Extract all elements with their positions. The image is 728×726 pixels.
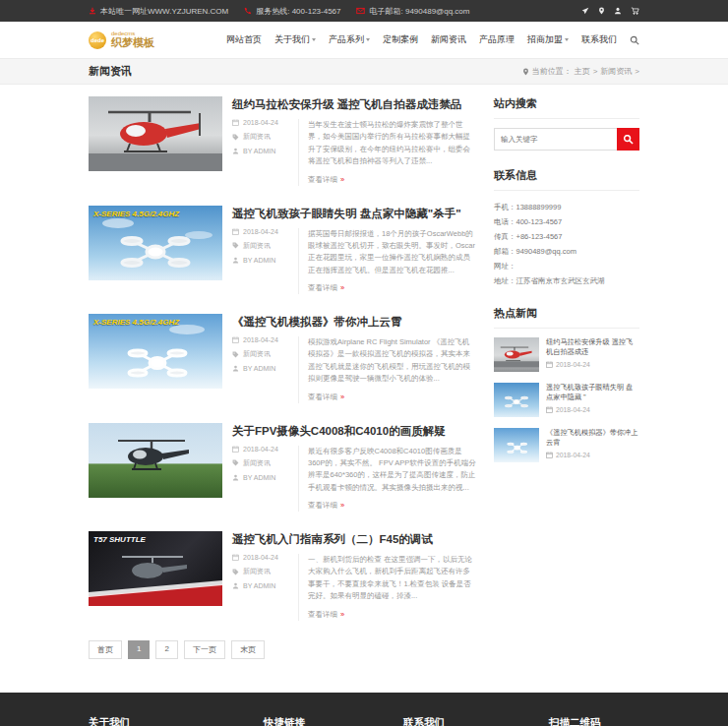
tag-icon [232, 242, 239, 249]
logo-title: 织梦模板 [111, 36, 154, 48]
nav-item-contact[interactable]: 联系我们 [581, 33, 617, 46]
hot-news-title: 热点新闻 [494, 306, 639, 329]
pagination-page-1[interactable]: 1 [128, 640, 150, 659]
article-category[interactable]: 新闻资讯 [243, 567, 271, 576]
article-category[interactable]: 新闻资讯 [243, 458, 271, 468]
nav-item-join[interactable]: 招商加盟 [527, 33, 569, 46]
article-author: BY ADMIN [243, 582, 275, 589]
user-icon [232, 148, 239, 154]
page-title: 新闻资讯 [89, 64, 132, 79]
hot-news-item[interactable]: 纽约马拉松安保升级 遥控飞机自拍器成违 2018-04-24 [494, 337, 639, 372]
calendar-icon [546, 361, 553, 368]
article-title[interactable]: 遥控飞机入门指南系列（二）F45的调试 [232, 532, 476, 547]
nav-item-products[interactable]: 产品系列 [329, 33, 370, 46]
breadcrumb-current-link[interactable]: 新闻资讯 [600, 66, 632, 77]
mail-icon [356, 7, 365, 15]
user-icon [232, 582, 239, 589]
search-section-title: 站内搜索 [494, 96, 639, 119]
arrow-right-icon: » [340, 393, 344, 402]
hot-news-item-title: 纽约马拉松安保升级 遥控飞机自拍器成违 [546, 337, 639, 358]
contact-website: 网址： [494, 259, 639, 273]
article-thumbnail-drone-sky[interactable]: X-SERIES 4.5G/2.4GHZ [89, 314, 222, 389]
pagination-next[interactable]: 下一页 [184, 640, 225, 659]
footer-quick-links-title: 快捷链接 [264, 716, 384, 726]
drone-illustration [494, 383, 539, 417]
footer-contact-title: 联系我们 [403, 716, 529, 726]
nav-item-home[interactable]: 网站首页 [226, 33, 262, 46]
hot-news-item[interactable]: 《遥控飞机模拟器》带你冲上云霄 2018-04-24 [494, 428, 639, 462]
article-thumbnail-helicopter-field[interactable] [89, 423, 222, 498]
article-thumbnail-helicopter-photo[interactable] [89, 96, 222, 171]
map-pin-icon[interactable] [598, 7, 605, 15]
article-title[interactable]: 纽约马拉松安保升级 遥控飞机自拍器成违禁品 [232, 97, 476, 112]
hot-news-item-date: 2018-04-24 [556, 452, 590, 458]
calendar-icon [232, 228, 239, 235]
user-icon[interactable] [614, 7, 622, 15]
hot-news-section: 热点新闻 纽约马拉松安保升级 遥控飞机自拍器成违 2018-04 [494, 306, 639, 462]
search-icon[interactable] [630, 35, 639, 45]
drone-illustration [89, 314, 222, 389]
article-excerpt: 模拟游戏Airplane RC Flight Simulator 《遥控飞机模拟… [308, 336, 476, 386]
email[interactable]: 电子邮箱: 9490489@qq.com [356, 6, 469, 17]
article-date: 2018-04-24 [243, 119, 278, 126]
article-title[interactable]: 关于FPV摄像头C4008和C4010的画质解疑 [232, 424, 476, 439]
article-excerpt: 最近有很多客户反映C4008和C4010图传画质是360P的，其实不然。 FPV… [308, 446, 476, 495]
pagination-page-2[interactable]: 2 [155, 640, 177, 659]
paper-plane-icon[interactable] [581, 7, 589, 15]
article-category[interactable]: 新闻资讯 [243, 349, 271, 359]
pagination: 首页 1 2 下一页 末页 [89, 640, 476, 659]
helicopter-box-illustration [89, 531, 222, 606]
contact-info-title: 联系信息 [494, 168, 639, 191]
contact-fax: 传真：+86-123-4567 [494, 229, 639, 244]
article-excerpt: 当年发生在波士顿马拉松的爆炸案震惊了整个世界，如今美国国内举行的所有马拉松赛事都… [308, 119, 476, 168]
article-excerpt: 据英国每日邮报报道，18个月的孩子OscarWebb的眼球被遥控飞机切开，致右眼… [308, 228, 476, 277]
article-title[interactable]: 《遥控飞机模拟器》带你冲上云霄 [232, 315, 476, 330]
read-more-link[interactable]: 查看详细» [308, 501, 344, 511]
main-content: 纽约马拉松安保升级 遥控飞机自拍器成违禁品 2018-04-24 新闻资讯 BY… [89, 96, 639, 685]
nav-item-cases[interactable]: 定制案例 [383, 33, 418, 46]
hotline[interactable]: 服务热线: 400-123-4567 [244, 6, 340, 17]
article-meta: 2018-04-24 新闻资讯 BY ADMIN [232, 554, 289, 621]
read-more-link[interactable]: 查看详细» [308, 283, 344, 293]
read-more-link[interactable]: 查看详细» [308, 175, 344, 185]
user-icon [232, 257, 239, 264]
article-meta: 2018-04-24 新闻资讯 BY ADMIN [232, 336, 289, 403]
article-thumbnail-t57-box[interactable]: T57 SHUTTLE [89, 531, 222, 606]
pagination-first[interactable]: 首页 [89, 640, 122, 659]
chevron-down-icon [312, 38, 316, 41]
hot-news-item-title: 《遥控飞机模拟器》带你冲上云霄 [546, 428, 639, 449]
nav-item-principle[interactable]: 产品原理 [479, 33, 515, 46]
footer-qrcode-section: 扫描二维码 [549, 716, 639, 726]
location-pin-icon [522, 68, 529, 76]
contact-info-section: 联系信息 手机：13888899999 电话：400-123-4567 传真：+… [494, 168, 639, 288]
article-author: BY ADMIN [243, 257, 275, 264]
news-article: 纽约马拉松安保升级 遥控飞机自拍器成违禁品 2018-04-24 新闻资讯 BY… [89, 96, 476, 186]
calendar-icon [546, 406, 553, 413]
cart-icon[interactable] [631, 7, 639, 15]
hot-news-thumbnail [494, 337, 539, 372]
breadcrumb-label: 当前位置： [532, 66, 572, 77]
calendar-icon [232, 554, 239, 561]
hot-news-item[interactable]: 遥控飞机致孩子眼睛失明 盘点家中隐藏 " 2018-04-24 [494, 383, 639, 417]
hot-news-item-date: 2018-04-24 [556, 361, 590, 368]
article-category[interactable]: 新闻资讯 [243, 241, 271, 251]
download-icon [89, 7, 96, 15]
pagination-last[interactable]: 末页 [231, 640, 265, 659]
breadcrumb-home-link[interactable]: 主页 [575, 66, 590, 77]
site-url-link[interactable]: 本站唯一网址WWW.YZJUREN.COM [89, 6, 228, 17]
nav-item-news[interactable]: 新闻资讯 [431, 33, 466, 46]
article-category[interactable]: 新闻资讯 [243, 132, 271, 142]
search-icon [623, 134, 634, 145]
contact-email: 邮箱：9490489@qq.com [494, 244, 639, 259]
hot-news-thumbnail [494, 428, 539, 462]
tag-icon [232, 351, 239, 358]
article-date: 2018-04-24 [243, 554, 278, 561]
nav-item-about[interactable]: 关于我们 [274, 33, 316, 46]
article-title[interactable]: 遥控飞机致孩子眼睛失明 盘点家中隐藏"杀手" [232, 207, 476, 221]
search-button[interactable] [617, 128, 639, 151]
search-input[interactable] [494, 128, 617, 151]
article-thumbnail-drone-box[interactable]: X-SERIES 4.5G/2.4GHZ [89, 206, 222, 280]
read-more-link[interactable]: 查看详细» [308, 393, 344, 402]
read-more-link[interactable]: 查看详细» [308, 610, 344, 620]
logo[interactable]: dede dedecms 织梦模板 [89, 30, 154, 48]
